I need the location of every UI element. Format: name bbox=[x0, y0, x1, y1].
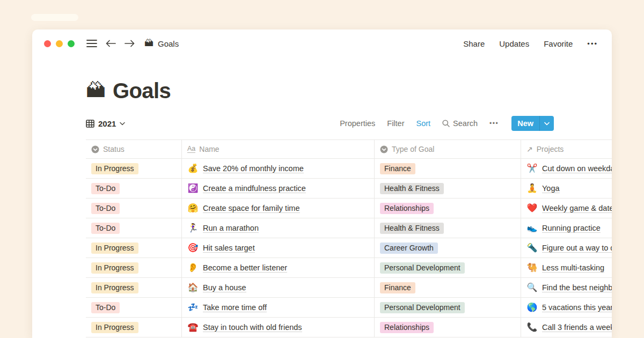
goal-type-badge[interactable]: Personal Development bbox=[380, 302, 465, 313]
name-cell[interactable]: 🤗 Create space for family time bbox=[182, 199, 375, 218]
table-row[interactable]: To-Do 🏃‍♀️ Run a marathon Health & Fitne… bbox=[86, 218, 612, 238]
zoom-window-icon[interactable] bbox=[68, 40, 75, 47]
status-cell[interactable]: In Progress bbox=[86, 318, 182, 337]
status-cell[interactable]: To-Do bbox=[86, 218, 182, 238]
name-cell[interactable]: 🏠 Buy a house bbox=[182, 278, 375, 297]
table-row[interactable]: In Progress 👂 Become a better listener P… bbox=[86, 258, 612, 278]
goal-page-link[interactable]: Stay in touch with old friends bbox=[203, 323, 302, 332]
toolbar-more-icon[interactable]: ••• bbox=[489, 120, 499, 127]
type-of-goal-cell[interactable]: Health & Fitness bbox=[375, 179, 521, 198]
name-cell[interactable]: 👂 Become a better listener bbox=[182, 258, 375, 277]
type-of-goal-cell[interactable]: Finance bbox=[375, 159, 521, 178]
projects-cell[interactable]: ✂️ Cut down on weekday spending bbox=[521, 159, 612, 178]
goal-page-link[interactable]: Create a mindfulness practice bbox=[203, 184, 306, 193]
projects-cell[interactable]: 👟 Running practice bbox=[521, 218, 612, 238]
filter-button[interactable]: Filter bbox=[387, 119, 404, 128]
table-row[interactable]: To-Do 🤗 Create space for family time Rel… bbox=[86, 199, 612, 218]
table-row[interactable]: To-Do 💤 Take more time off Personal Deve… bbox=[86, 298, 612, 318]
column-header-projects[interactable]: ↗ Projects bbox=[521, 140, 612, 158]
new-button-dropdown[interactable] bbox=[540, 116, 554, 131]
project-page-link[interactable]: Figure out a way to do this bbox=[542, 244, 612, 253]
status-badge[interactable]: To-Do bbox=[91, 302, 120, 313]
name-cell[interactable]: 💰 Save 20% of monthly income bbox=[182, 159, 375, 178]
status-badge[interactable]: In Progress bbox=[91, 243, 138, 254]
status-badge[interactable]: In Progress bbox=[91, 262, 138, 274]
status-badge[interactable]: In Progress bbox=[91, 322, 138, 333]
projects-cell[interactable]: 🐫 Less multi-tasking bbox=[521, 258, 612, 277]
table-row[interactable]: In Progress ☎️ Stay in touch with old fr… bbox=[86, 318, 612, 337]
table-row[interactable]: In Progress 🎯 Hit sales target Career Gr… bbox=[86, 238, 612, 258]
page-emoji-icon[interactable]: 🏔 bbox=[86, 79, 106, 102]
close-window-icon[interactable] bbox=[44, 40, 51, 47]
status-badge[interactable]: To-Do bbox=[91, 183, 120, 194]
type-of-goal-cell[interactable]: Finance bbox=[375, 278, 521, 297]
project-page-link[interactable]: Running practice bbox=[542, 224, 601, 233]
column-header-name[interactable]: Aa Name bbox=[182, 140, 375, 158]
projects-cell[interactable]: 📞 Call 3 friends a week bbox=[521, 318, 612, 337]
table-row[interactable]: In Progress 🏠 Buy a house Finance 🔍 Find… bbox=[86, 278, 612, 298]
properties-button[interactable]: Properties bbox=[340, 119, 375, 128]
share-button[interactable]: Share bbox=[463, 39, 485, 48]
goal-page-link[interactable]: Become a better listener bbox=[203, 263, 287, 273]
type-of-goal-cell[interactable]: Personal Development bbox=[375, 298, 521, 317]
projects-cell[interactable]: 🧘 Yoga bbox=[521, 179, 612, 198]
type-of-goal-cell[interactable]: Career Growth bbox=[375, 238, 521, 258]
type-of-goal-cell[interactable]: Relationships bbox=[375, 318, 521, 337]
projects-cell[interactable]: ❤️ Weekly game & date nights bbox=[521, 199, 612, 218]
goal-type-badge[interactable]: Health & Fitness bbox=[380, 183, 444, 194]
name-cell[interactable]: 🎯 Hit sales target bbox=[182, 238, 375, 258]
goal-type-badge[interactable]: Career Growth bbox=[380, 243, 438, 254]
project-page-link[interactable]: Cut down on weekday spending bbox=[542, 164, 612, 173]
project-page-link[interactable]: Call 3 friends a week bbox=[542, 323, 612, 332]
goal-page-link[interactable]: Create space for family time bbox=[203, 204, 300, 213]
project-page-link[interactable]: Weekly game & date nights bbox=[542, 204, 612, 213]
projects-cell[interactable]: 🔦 Figure out a way to do this bbox=[521, 238, 612, 258]
goal-page-link[interactable]: Buy a house bbox=[203, 283, 246, 292]
back-arrow-icon[interactable] bbox=[106, 40, 116, 47]
goal-page-link[interactable]: Take more time off bbox=[203, 303, 267, 312]
status-cell[interactable]: In Progress bbox=[86, 159, 182, 178]
status-cell[interactable]: In Progress bbox=[86, 278, 182, 297]
goal-type-badge[interactable]: Health & Fitness bbox=[380, 223, 444, 234]
favorite-button[interactable]: Favorite bbox=[544, 39, 573, 48]
goal-type-badge[interactable]: Relationships bbox=[380, 203, 434, 214]
type-of-goal-cell[interactable]: Personal Development bbox=[375, 258, 521, 277]
name-cell[interactable]: ☎️ Stay in touch with old friends bbox=[182, 318, 375, 337]
status-cell[interactable]: To-Do bbox=[86, 179, 182, 198]
project-page-link[interactable]: 5 vacations this year bbox=[542, 303, 612, 312]
page-title[interactable]: Goals bbox=[113, 79, 171, 103]
goal-page-link[interactable]: Hit sales target bbox=[203, 244, 255, 253]
name-cell[interactable]: ☯️ Create a mindfulness practice bbox=[182, 179, 375, 198]
search-button[interactable]: Search bbox=[442, 119, 478, 128]
breadcrumb[interactable]: 🏔 Goals bbox=[144, 38, 179, 49]
column-header-status[interactable]: Status bbox=[86, 140, 182, 158]
table-row[interactable]: To-Do ☯️ Create a mindfulness practice H… bbox=[86, 179, 612, 199]
type-of-goal-cell[interactable]: Relationships bbox=[375, 199, 521, 218]
more-options-icon[interactable]: ••• bbox=[587, 40, 598, 48]
projects-cell[interactable]: 🔍 Find the best neighborhood bbox=[521, 278, 612, 297]
project-page-link[interactable]: Less multi-tasking bbox=[542, 263, 604, 273]
goal-type-badge[interactable]: Finance bbox=[380, 163, 415, 174]
name-cell[interactable]: 🏃‍♀️ Run a marathon bbox=[182, 218, 375, 238]
updates-button[interactable]: Updates bbox=[499, 39, 529, 48]
status-badge[interactable]: In Progress bbox=[91, 282, 138, 293]
view-switcher[interactable]: 2021 bbox=[86, 119, 125, 128]
column-header-type-of-goal[interactable]: Type of Goal bbox=[375, 140, 521, 158]
type-of-goal-cell[interactable]: Health & Fitness bbox=[375, 218, 521, 238]
goal-type-badge[interactable]: Relationships bbox=[380, 322, 434, 333]
project-page-link[interactable]: Find the best neighborhood bbox=[542, 283, 612, 292]
sidebar-menu-icon[interactable] bbox=[86, 40, 97, 47]
status-cell[interactable]: To-Do bbox=[86, 199, 182, 218]
project-page-link[interactable]: Yoga bbox=[542, 184, 560, 193]
status-cell[interactable]: In Progress bbox=[86, 238, 182, 258]
status-cell[interactable]: To-Do bbox=[86, 298, 182, 317]
forward-arrow-icon[interactable] bbox=[125, 40, 135, 47]
goal-type-badge[interactable]: Personal Development bbox=[380, 262, 465, 274]
projects-cell[interactable]: 🌎 5 vacations this year bbox=[521, 298, 612, 317]
goal-type-badge[interactable]: Finance bbox=[380, 282, 415, 293]
name-cell[interactable]: 💤 Take more time off bbox=[182, 298, 375, 317]
new-button[interactable]: New bbox=[511, 116, 554, 131]
status-cell[interactable]: In Progress bbox=[86, 258, 182, 277]
goal-page-link[interactable]: Run a marathon bbox=[203, 224, 259, 233]
sort-button[interactable]: Sort bbox=[416, 119, 431, 128]
